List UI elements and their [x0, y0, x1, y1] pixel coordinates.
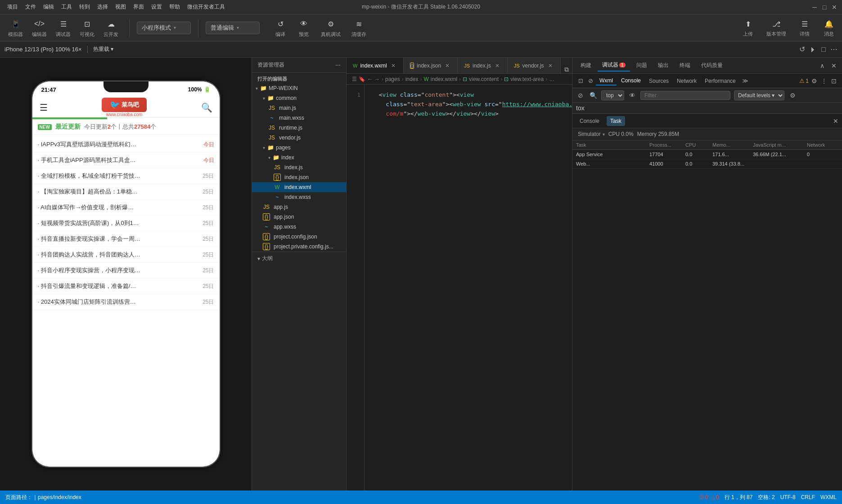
list-item[interactable]: · 抖音引爆流量和变现逻辑，准备篇/… 25日	[32, 279, 220, 294]
level-select[interactable]: Default levels ▾	[734, 90, 784, 100]
dt-close-icon[interactable]: ✕	[829, 61, 838, 70]
upload-button[interactable]: ⬆ 上传	[739, 16, 756, 39]
folder-index[interactable]: ▾ 📁 index	[252, 153, 346, 162]
compile-dropdown[interactable]: 普通编辑 ▾	[206, 22, 260, 34]
dt-detach-icon[interactable]: ⊡	[829, 76, 838, 86]
notifications-button[interactable]: 🔔 消息	[820, 16, 837, 39]
file-vendor-js[interactable]: JS vendor.js	[252, 133, 346, 143]
menu-interface[interactable]: 界面	[131, 2, 147, 12]
file-project-config[interactable]: {} project.config.json	[252, 232, 346, 242]
dt-tab-debugger[interactable]: 调试器1	[598, 59, 630, 72]
menu-wechat-tools[interactable]: 微信开发者工具	[185, 2, 228, 12]
tab-close-icon[interactable]: ✕	[547, 62, 554, 69]
cloud-tool[interactable]: ☁ 云开发	[100, 16, 122, 40]
menu-project[interactable]: 项目	[5, 2, 21, 12]
dt-inspect-icon[interactable]: ⊡	[576, 76, 585, 86]
refresh-icon[interactable]: ↺	[799, 45, 805, 54]
menu-settings[interactable]: 设置	[149, 2, 165, 12]
menu-file[interactable]: 文件	[23, 2, 39, 12]
inner-tab-console[interactable]: Console	[617, 76, 644, 86]
file-app-json[interactable]: {} app.json	[252, 212, 346, 222]
list-item[interactable]: · 抖音小程序变现实操营，小程序变现… 25日	[32, 263, 220, 279]
breadcrumb-back-icon[interactable]: ←	[367, 76, 373, 82]
task-row-web[interactable]: Web... 41000 0.0 39.314 (33.8...	[572, 159, 842, 169]
real-debug-button[interactable]: ⚙ 真机调试	[317, 16, 344, 40]
debugger-tool[interactable]: ☰ 调试器	[52, 16, 74, 40]
tab-close-icon[interactable]: ✕	[444, 62, 451, 69]
details-button[interactable]: ☰ 详情	[796, 16, 813, 39]
compile-button[interactable]: ↺ 编译	[270, 16, 290, 40]
inner-tab-network[interactable]: Network	[673, 77, 700, 85]
menu-view[interactable]: 视图	[113, 2, 129, 12]
console-filter-icon[interactable]: 🔍	[589, 91, 598, 100]
sub-tab-close-icon[interactable]: ✕	[833, 117, 838, 125]
dt-collapse-icon[interactable]: ∧	[818, 61, 827, 70]
eye-icon[interactable]: 👁	[628, 91, 637, 100]
context-select[interactable]: top	[601, 90, 624, 100]
code-content[interactable]: <view class="content"><view class="text-…	[365, 85, 572, 490]
menu-tools[interactable]: 工具	[59, 2, 75, 12]
dt-tab-output[interactable]: 输出	[653, 60, 673, 71]
project-root[interactable]: ▾ 📁 MP-WEIXIN	[252, 83, 346, 93]
file-main-js[interactable]: JS main.js	[252, 103, 346, 113]
list-item[interactable]: · 手机工具盒iAPP源码黑科技工具盒… 今日	[32, 153, 220, 168]
file-runtime-js[interactable]: JS runtime.js	[252, 123, 346, 133]
file-index-wxss[interactable]: ~ index.wxss	[252, 192, 346, 202]
inner-tab-performance[interactable]: Performance	[701, 77, 739, 85]
dt-tab-issues[interactable]: 问题	[632, 60, 652, 71]
dt-block-icon[interactable]: ⊘	[586, 76, 595, 86]
list-item[interactable]: · 短视频带货实战营(高阶课)，从0到1… 25日	[32, 216, 220, 231]
inner-tab-sources[interactable]: Sources	[645, 77, 672, 85]
file-index-json[interactable]: {} index.json	[252, 172, 346, 182]
explorer-more-icon[interactable]: ⋯	[335, 62, 341, 68]
tab-vendor-js[interactable]: JS vendor.js ✕	[508, 58, 561, 73]
split-editor-icon[interactable]: ⧉	[564, 66, 569, 73]
list-item[interactable]: · 抖音团购达人实战营，抖音团购达人… 25日	[32, 247, 220, 263]
maximize-button[interactable]: □	[821, 4, 828, 10]
more-icon[interactable]: ⋯	[830, 45, 837, 54]
list-item[interactable]: · 【淘宝独家项目】超高价品：1单稳… 25日	[32, 184, 220, 200]
list-item[interactable]: · 2024实体同城门店矩阵引流训练营… 25日	[32, 294, 220, 310]
inner-tab-wxml[interactable]: Wxml	[596, 76, 617, 86]
console-settings-icon[interactable]: ⚙	[788, 91, 797, 100]
hot-reload-button[interactable]: 热重载 ▾	[93, 45, 113, 53]
file-index-wxml[interactable]: W index.wxml	[252, 182, 346, 192]
clean-save-button[interactable]: ≋ 清缓存	[348, 16, 370, 40]
dt-options-icon[interactable]: ⋮	[819, 76, 828, 86]
file-app-js[interactable]: JS app.js	[252, 202, 346, 212]
visualize-tool[interactable]: ⊡ 可视化	[76, 16, 98, 40]
list-item[interactable]: · 抖音直播拉新变现实操课，学会一周… 25日	[32, 231, 220, 247]
task-row-app-service[interactable]: App Service 17704 0.0 171.6... 36.66M (2…	[572, 150, 842, 159]
dt-tab-terminal[interactable]: 终端	[675, 60, 695, 71]
file-index-js[interactable]: JS index.js	[252, 162, 346, 172]
sub-tab-console[interactable]: Console	[576, 116, 603, 126]
mode-dropdown[interactable]: 小程序模式 ▾	[137, 22, 191, 34]
menu-select[interactable]: 选择	[95, 2, 111, 12]
menu-edit[interactable]: 编辑	[41, 2, 57, 12]
file-main-wxss[interactable]: ~ main.wxss	[252, 113, 346, 123]
preview-button[interactable]: 👁 预览	[294, 16, 314, 40]
dt-settings-icon[interactable]: ⚙	[810, 76, 819, 86]
version-button[interactable]: ⎇ 版本管理	[764, 16, 789, 39]
menu-goto[interactable]: 转到	[77, 2, 93, 12]
breadcrumb-forward-icon[interactable]: →	[374, 76, 380, 82]
close-button[interactable]: ✕	[831, 4, 837, 10]
folder-pages[interactable]: ▾ 📁 pages	[252, 143, 346, 153]
tab-index-wxml[interactable]: W index.wxml ✕	[347, 58, 404, 73]
sub-tab-task[interactable]: Task	[607, 116, 625, 126]
dt-tab-code-quality[interactable]: 代码质量	[697, 60, 727, 71]
outline-toggle[interactable]: ▾ 大纲	[257, 255, 341, 262]
console-ban-icon[interactable]: ⊘	[576, 91, 585, 100]
folder-common[interactable]: ▾ 📁 common	[252, 93, 346, 103]
minimize-button[interactable]: ─	[811, 4, 818, 10]
tab-index-js[interactable]: JS index.js ✕	[458, 58, 508, 73]
device-mode-icon[interactable]: □	[821, 45, 826, 54]
tab-close-icon[interactable]: ✕	[390, 62, 397, 69]
file-app-wxss[interactable]: ~ app.wxss	[252, 222, 346, 232]
editor-tool[interactable]: </> 编辑器	[28, 16, 50, 40]
play-icon[interactable]: ⏵	[810, 45, 817, 54]
dt-tab-build[interactable]: 构建	[576, 60, 596, 71]
file-project-private-config[interactable]: {} project.private.config.js...	[252, 242, 346, 252]
hamburger-icon[interactable]: ☰	[40, 102, 48, 113]
inner-tabs-more-icon[interactable]: ≫	[740, 77, 750, 84]
